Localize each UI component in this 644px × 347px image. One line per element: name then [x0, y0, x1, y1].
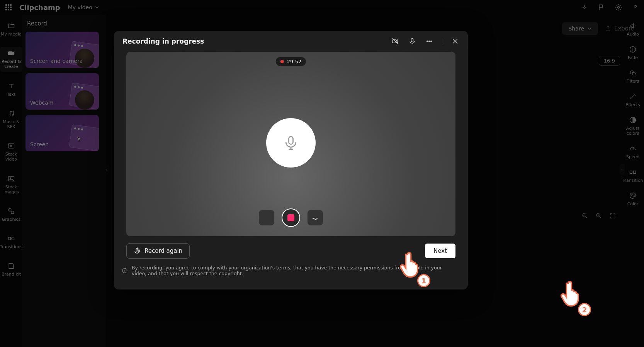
svg-point-25	[427, 41, 428, 42]
left-sidebar: My media Record & create Text Music & SF…	[0, 15, 22, 347]
app-launcher-icon[interactable]	[5, 3, 12, 11]
prop-item-adjust-colors[interactable]: Adjust colors	[622, 116, 644, 136]
record-tile-label: Screen	[30, 141, 49, 147]
more-icon[interactable]	[425, 37, 433, 46]
folder-icon	[7, 22, 15, 30]
recording-time-pill: 29:52	[276, 57, 306, 66]
flag-icon[interactable]	[598, 3, 605, 11]
recording-dot-icon	[280, 60, 284, 63]
sidebar-label: Stock images	[0, 185, 22, 195]
disclaimer-text: By recording, you agree to comply with y…	[132, 265, 455, 276]
stop-recording-button[interactable]	[282, 208, 300, 227]
prop-item-speed[interactable]: Speed	[626, 144, 639, 159]
export-arrow-icon	[605, 25, 611, 32]
svg-point-20	[634, 195, 634, 196]
filters-icon	[629, 69, 637, 77]
prop-label: Speed	[626, 154, 639, 159]
next-button[interactable]: Next	[425, 244, 455, 258]
sidebar-label: Transitions	[0, 244, 22, 249]
zoom-out-icon[interactable]	[581, 212, 588, 219]
sidebar-item-music-sfx[interactable]: Music & SFX	[0, 107, 22, 132]
prop-label: Transition	[622, 178, 643, 183]
record-tile-screen[interactable]: Screen	[25, 115, 99, 151]
modal-header: Recording in progress	[114, 31, 468, 52]
prop-item-transition[interactable]: Transition	[622, 168, 643, 183]
timeline-zoom-tools	[581, 212, 616, 219]
help-icon[interactable]	[632, 3, 639, 11]
aspect-ratio-button[interactable]: 16:9	[599, 56, 620, 66]
separator	[442, 37, 442, 45]
collapse-left-panel-button[interactable]: ‹	[104, 164, 109, 175]
svg-point-1	[618, 7, 620, 8]
sidebar-item-brand-kit[interactable]: Brand kit	[0, 259, 22, 279]
project-name-dropdown[interactable]: My video	[68, 4, 99, 10]
mic-icon[interactable]	[408, 37, 416, 46]
svg-point-8	[8, 208, 11, 211]
prop-label: Adjust colors	[622, 126, 644, 136]
svg-point-4	[12, 114, 14, 115]
brand-icon	[7, 262, 15, 270]
svg-rect-16	[630, 171, 632, 174]
fade-icon	[629, 45, 637, 54]
sidebar-item-stock-images[interactable]: Stock images	[0, 172, 22, 197]
sidebar-item-record-create[interactable]: Record & create	[0, 47, 22, 71]
image-icon	[7, 174, 15, 183]
share-button[interactable]: Share	[562, 22, 598, 35]
annotation-button[interactable]	[307, 210, 323, 226]
record-panel: Record Screen and camera Webcam Screen	[22, 15, 106, 347]
camera-icon	[7, 49, 15, 58]
sidebar-item-my-media[interactable]: My media	[0, 19, 22, 39]
camera-off-icon[interactable]	[391, 37, 399, 46]
svg-point-19	[632, 194, 633, 195]
svg-point-3	[9, 115, 10, 116]
recording-modal: Recording in progress 29:52 Record again…	[114, 31, 468, 289]
svg-point-0	[584, 7, 585, 8]
mic-large-icon	[282, 134, 299, 151]
sidebar-label: Graphics	[2, 217, 21, 222]
recording-controls	[258, 208, 323, 227]
svg-point-26	[429, 41, 430, 42]
topbar-right	[581, 3, 639, 11]
svg-rect-9	[11, 211, 14, 214]
fit-icon[interactable]	[609, 212, 616, 219]
prop-item-effects[interactable]: Effects	[625, 92, 640, 107]
record-again-button[interactable]: Record again	[126, 243, 190, 259]
prop-label: Color	[627, 201, 639, 207]
project-name: My video	[68, 4, 92, 10]
sidebar-item-stock-video[interactable]: Stock video	[0, 139, 22, 164]
svg-rect-5	[8, 144, 14, 148]
record-tile-screen-camera[interactable]: Screen and camera	[25, 32, 99, 68]
sidebar-item-transitions[interactable]: Transitions	[0, 232, 22, 252]
window-decor	[69, 124, 99, 151]
record-tile-label: Webcam	[30, 100, 53, 106]
music-icon	[7, 109, 15, 118]
recording-elapsed: 29:52	[287, 59, 301, 64]
brand-name: Clipchamp	[19, 3, 60, 12]
svg-rect-10	[8, 237, 11, 240]
contrast-icon	[629, 116, 637, 124]
close-icon[interactable]	[451, 37, 459, 46]
transition-icon	[7, 234, 15, 243]
right-sidebar: Audio Fade Filters Effects Adjust colors…	[622, 15, 644, 347]
record-tile-webcam[interactable]: Webcam	[25, 73, 99, 110]
prop-item-audio[interactable]: Audio	[627, 22, 639, 37]
settings-icon[interactable]	[615, 3, 622, 11]
shapes-icon	[7, 207, 15, 215]
modal-title: Recording in progress	[122, 37, 204, 45]
zoom-in-icon[interactable]	[595, 212, 602, 219]
palette-icon	[629, 191, 637, 200]
prop-item-fade[interactable]: Fade	[628, 45, 638, 60]
sidebar-label: Record & create	[0, 59, 22, 69]
pause-button[interactable]	[258, 210, 275, 226]
svg-rect-28	[289, 137, 293, 144]
upgrade-icon[interactable]	[581, 3, 588, 11]
prop-item-filters[interactable]: Filters	[627, 69, 639, 84]
prop-item-color[interactable]: Color	[627, 191, 639, 207]
transition-icon	[629, 168, 637, 176]
sidebar-item-graphics[interactable]: Graphics	[0, 205, 22, 224]
speaker-icon	[629, 22, 637, 30]
svg-rect-17	[634, 171, 636, 174]
prop-label: Fade	[628, 55, 638, 60]
sidebar-item-text[interactable]: Text	[0, 80, 22, 99]
modal-header-actions	[391, 37, 459, 46]
